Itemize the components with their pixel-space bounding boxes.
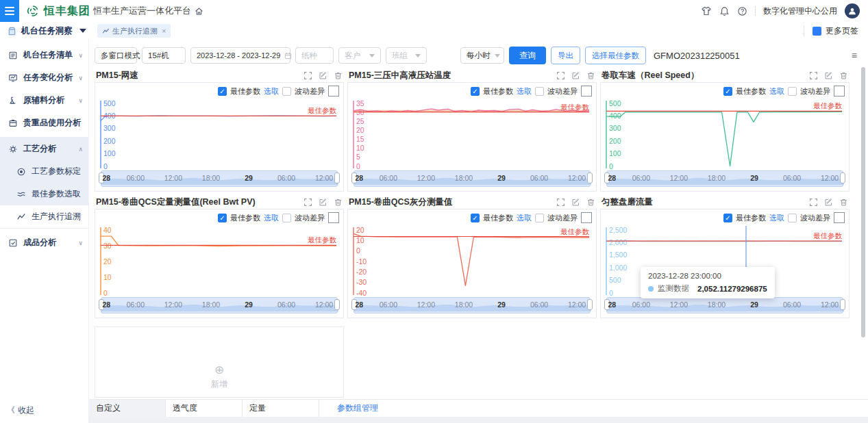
datazoom-slider[interactable]: 2806:0012:0018:002906:0012:00: [354, 297, 591, 313]
select-link[interactable]: 选取: [769, 213, 784, 223]
paper-input[interactable]: [301, 51, 327, 60]
fluctuation-checkbox[interactable]: [788, 214, 797, 222]
datazoom-handle-right[interactable]: [587, 172, 593, 183]
select-link[interactable]: 选取: [517, 86, 532, 97]
datazoom-handle-right[interactable]: [334, 299, 340, 310]
user-avatar[interactable]: [845, 3, 860, 18]
datazoom-handle-right[interactable]: [334, 172, 340, 183]
best-param-checkbox[interactable]: ✓: [218, 87, 227, 96]
app-header: 恒丰集团 恒丰生产运营一体化平台 数字化管理中心公用: [0, 0, 868, 23]
more-tabs-button[interactable]: 更多页签: [804, 25, 868, 36]
open-tab-chip[interactable]: 生产执行追溯 ×: [97, 24, 171, 38]
datazoom-slider[interactable]: 2806:0012:0018:002906:0012:00: [606, 170, 843, 187]
vertical-scrollbar[interactable]: [861, 67, 865, 337]
bottom-tab-透气度[interactable]: 透气度: [166, 400, 243, 417]
datazoom-handle-right[interactable]: [840, 172, 845, 183]
delete-icon[interactable]: [586, 198, 595, 207]
sidebar-item-任务变化分析[interactable]: 任务变化分析∨: [0, 66, 88, 89]
bottom-tab-自定义[interactable]: 自定义: [89, 400, 166, 417]
edit-icon[interactable]: [824, 198, 833, 207]
export-button[interactable]: 导出: [551, 47, 580, 64]
best-param-checkbox[interactable]: ✓: [218, 214, 227, 222]
edit-icon[interactable]: [824, 71, 833, 80]
best-param-checkbox[interactable]: ✓: [471, 214, 480, 222]
datazoom-slider[interactable]: 2806:0012:0018:002906:0012:00: [606, 297, 843, 313]
fluctuation-checkbox[interactable]: [535, 87, 544, 96]
legend-color-box[interactable]: [834, 212, 845, 223]
sidebar-item-工艺分析[interactable]: 工艺分析∧: [0, 138, 88, 160]
bell-icon[interactable]: [719, 6, 730, 16]
legend-color-box[interactable]: [581, 86, 592, 97]
workspace-caret-icon: [79, 29, 86, 33]
x-axis-label: 06:00: [277, 300, 295, 309]
delete-icon[interactable]: [334, 71, 343, 80]
fluctuation-checkbox[interactable]: [282, 87, 291, 96]
delete-icon[interactable]: [839, 71, 848, 80]
legend-color-box[interactable]: [581, 212, 592, 223]
sidebar-collapse-button[interactable]: 《 收起: [7, 405, 34, 416]
datazoom-handle-right[interactable]: [587, 299, 593, 310]
datazoom-slider[interactable]: 2806:0012:0018:002906:0012:00: [101, 297, 338, 313]
paper-field[interactable]: [295, 47, 334, 64]
fluctuation-checkbox[interactable]: [788, 87, 797, 96]
datazoom-slider[interactable]: 2806:0012:0018:002906:0012:00: [354, 170, 591, 187]
select-link[interactable]: 选取: [264, 86, 279, 97]
sidebar-item-成品分析[interactable]: 成品分析∨: [0, 231, 88, 254]
best-param-checkbox[interactable]: ✓: [723, 87, 732, 96]
fullscreen-icon[interactable]: [556, 71, 565, 80]
date-range-picker[interactable]: 2023-12-28 - 2023-12-29: [190, 47, 290, 64]
edit-icon[interactable]: [319, 198, 327, 207]
close-tab-icon[interactable]: ×: [162, 27, 166, 35]
edit-icon[interactable]: [571, 71, 580, 80]
query-button[interactable]: 查询: [509, 47, 546, 64]
workspace-switcher[interactable]: 机台任务洞察: [0, 25, 86, 37]
home-icon[interactable]: [195, 7, 203, 16]
fullscreen-icon[interactable]: [809, 198, 818, 207]
legend-color-box[interactable]: [328, 86, 339, 97]
delete-icon[interactable]: [839, 198, 848, 207]
add-chart-card[interactable]: ⊕ 新增: [95, 326, 344, 398]
svg-text:20: 20: [356, 126, 364, 134]
fullscreen-icon[interactable]: [809, 71, 818, 80]
best-param-checkbox[interactable]: ✓: [471, 87, 480, 96]
delete-icon[interactable]: [586, 71, 595, 80]
fluctuation-checkbox[interactable]: [535, 214, 544, 222]
select-link[interactable]: 选取: [769, 86, 784, 97]
delete-icon[interactable]: [334, 198, 343, 207]
best-param-checkbox[interactable]: ✓: [723, 214, 732, 222]
sidebar-item-机台任务清单[interactable]: 机台任务清单∨: [0, 44, 88, 66]
fullscreen-icon[interactable]: [303, 198, 312, 207]
hamburger-menu-icon[interactable]: [0, 0, 19, 22]
toolbar-menu-icon[interactable]: ≡: [852, 50, 857, 61]
select-link[interactable]: 选取: [264, 213, 279, 223]
select-link[interactable]: 选取: [517, 213, 532, 223]
sidebar-item-贵重品使用分析[interactable]: 贵重品使用分析: [0, 112, 88, 134]
edit-icon[interactable]: [571, 198, 580, 207]
customer-select[interactable]: 客户: [338, 47, 381, 64]
chart-plot: 0100200300400500最佳参数: [601, 98, 849, 170]
fullscreen-icon[interactable]: [303, 71, 312, 80]
datazoom-slider[interactable]: 2806:0012:0018:002906:0012:00: [101, 170, 338, 187]
machine-input[interactable]: [148, 51, 179, 60]
mode-select[interactable]: 多窗口模式: [95, 47, 137, 64]
sidebar-item-生产执行追溯[interactable]: 生产执行追溯: [0, 205, 88, 228]
svg-text:0: 0: [103, 162, 108, 170]
shirt-icon[interactable]: [701, 5, 712, 16]
machine-field[interactable]: [142, 47, 186, 64]
parameter-group-manage-link[interactable]: 参数组管理: [337, 400, 378, 417]
fluctuation-checkbox[interactable]: [282, 214, 291, 222]
help-icon[interactable]: [737, 6, 747, 16]
edit-icon[interactable]: [319, 71, 327, 80]
sidebar-item-原辅料分析[interactable]: 原辅料分析∨: [0, 89, 88, 112]
fullscreen-icon[interactable]: [556, 198, 565, 207]
legend-color-box[interactable]: [328, 212, 339, 223]
chart-panel: 匀整盘磨流量✓最佳参数选取波动差异05001,0001,5002,0002,50…: [600, 195, 850, 318]
shift-select[interactable]: 班组: [386, 47, 427, 64]
sidebar-item-最佳参数选取[interactable]: 最佳参数选取: [0, 183, 88, 205]
interval-select[interactable]: 每小时: [460, 47, 504, 64]
bottom-tab-定量[interactable]: 定量: [243, 400, 319, 417]
sidebar-item-工艺参数标定[interactable]: 工艺参数标定: [0, 160, 88, 183]
select-best-param-button[interactable]: 选择最佳参数: [585, 47, 646, 64]
legend-color-box[interactable]: [834, 86, 845, 97]
datazoom-handle-right[interactable]: [840, 299, 845, 310]
